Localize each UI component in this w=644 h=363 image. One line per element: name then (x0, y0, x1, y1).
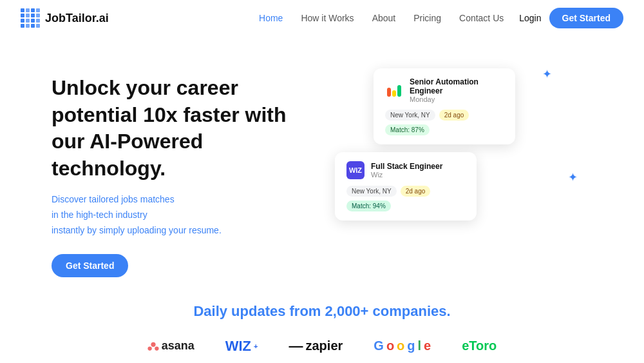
google-letter-g2: g (407, 338, 415, 353)
zapier-dash: — (289, 338, 303, 355)
svg-point-1 (147, 346, 151, 350)
svg-point-2 (155, 346, 158, 350)
job-card-1-header: Senior Automation Engineer Monday (385, 77, 504, 103)
job-card-2-header: WIZ Full Stack Engineer Wiz (346, 161, 465, 179)
hero-subtitle-line2: in the high-tech industry (52, 210, 147, 220)
google-letter-l: l (418, 338, 422, 353)
job-card-1-location: New York, NY (385, 110, 435, 121)
daily-updates-section: Daily updates from 2,000+ companies. (0, 290, 644, 330)
asana-logo-icon (147, 340, 159, 352)
daily-text-after: companies. (368, 303, 450, 319)
daily-highlight: 2,000+ (325, 303, 369, 319)
job-card-1[interactable]: Senior Automation Engineer Monday New Yo… (374, 68, 515, 144)
wiz-logo-icon: WIZ (346, 161, 365, 179)
logo-grid-icon (21, 8, 40, 28)
job-card-1-time: 2d ago (439, 110, 469, 121)
job-card-2-company: Wiz (371, 171, 465, 179)
google-letter-o1: o (386, 338, 394, 353)
job-card-2-title: Full Stack Engineer (371, 162, 465, 171)
job-card-1-company: Monday (410, 95, 504, 103)
etoro-logo[interactable]: eToro (462, 338, 497, 353)
google-letter-g: G (374, 338, 384, 353)
job-card-1-tags: New York, NY 2d ago Match: 87% (385, 110, 504, 135)
daily-text-before: Daily updates from (193, 303, 325, 319)
nav-links: Home How it Works About Pricing Contact … (259, 13, 504, 23)
zapier-logo[interactable]: —zapier (289, 338, 343, 355)
star-decoration-2: ✦ (568, 170, 580, 182)
job-card-2-tags: New York, NY 2d ago Match: 94% (346, 186, 465, 211)
hero-subtitle: Discover tailored jobs matches in the hi… (52, 192, 322, 238)
job-card-1-title: Senior Automation Engineer (410, 77, 504, 95)
job-card-2-title-wrap: Full Stack Engineer Wiz (371, 162, 465, 179)
job-card-2-match: Match: 94% (346, 201, 391, 211)
nav-about[interactable]: About (372, 13, 396, 23)
hero-subtitle-line3: instantly by simply uploading your resum… (52, 225, 222, 235)
asana-logo-text: asana (162, 339, 194, 353)
google-letter-e: e (424, 338, 431, 353)
job-card-1-title-wrap: Senior Automation Engineer Monday (410, 77, 504, 103)
star-decoration-1: ✦ (542, 67, 554, 79)
job-card-2-location: New York, NY (346, 186, 397, 197)
job-card-1-match: Match: 87% (385, 124, 430, 135)
wiz-logo-brand[interactable]: WIZ+ (225, 338, 258, 355)
hero-title: Unlock your career potential 10x faster … (52, 75, 322, 182)
hero-right: ✦ Senior Automation Engineer Monday New … (322, 62, 592, 221)
monday-logo-icon (385, 81, 403, 99)
nav-pricing[interactable]: Pricing (413, 13, 441, 23)
daily-updates-title: Daily updates from 2,000+ companies. (0, 303, 644, 320)
logos-row-1: asana WIZ+ —zapier Google eToro (39, 338, 605, 355)
job-card-2[interactable]: WIZ Full Stack Engineer Wiz New York, NY… (335, 152, 477, 221)
login-link[interactable]: Login (519, 13, 541, 23)
logo[interactable]: JobTailor.ai (21, 8, 109, 28)
logo-text: JobTailor.ai (45, 12, 109, 25)
hero-subtitle-line1: Discover tailored jobs matches (52, 194, 175, 204)
nav-get-started-button[interactable]: Get Started (549, 8, 623, 28)
zapier-text: zapier (306, 338, 343, 353)
hero-left: Unlock your career potential 10x faster … (52, 62, 322, 277)
nav-contact[interactable]: Contact Us (459, 13, 504, 23)
nav-home[interactable]: Home (259, 13, 283, 23)
logos-section: asana WIZ+ —zapier Google eToro fiverr° (0, 330, 644, 363)
job-card-2-time: 2d ago (401, 186, 431, 197)
hero-section: Unlock your career potential 10x faster … (0, 36, 644, 290)
wiz-logo-text: WIZ (225, 338, 251, 355)
google-letter-o2: o (397, 338, 404, 353)
navbar: JobTailor.ai Home How it Works About Pri… (0, 0, 644, 36)
svg-point-0 (151, 342, 155, 346)
etoro-text: eToro (462, 338, 497, 353)
wiz-plus: + (254, 342, 258, 350)
nav-how-it-works[interactable]: How it Works (301, 13, 354, 23)
hero-get-started-button[interactable]: Get Started (52, 254, 128, 277)
google-logo[interactable]: Google (374, 338, 431, 353)
asana-logo[interactable]: asana (147, 339, 194, 353)
